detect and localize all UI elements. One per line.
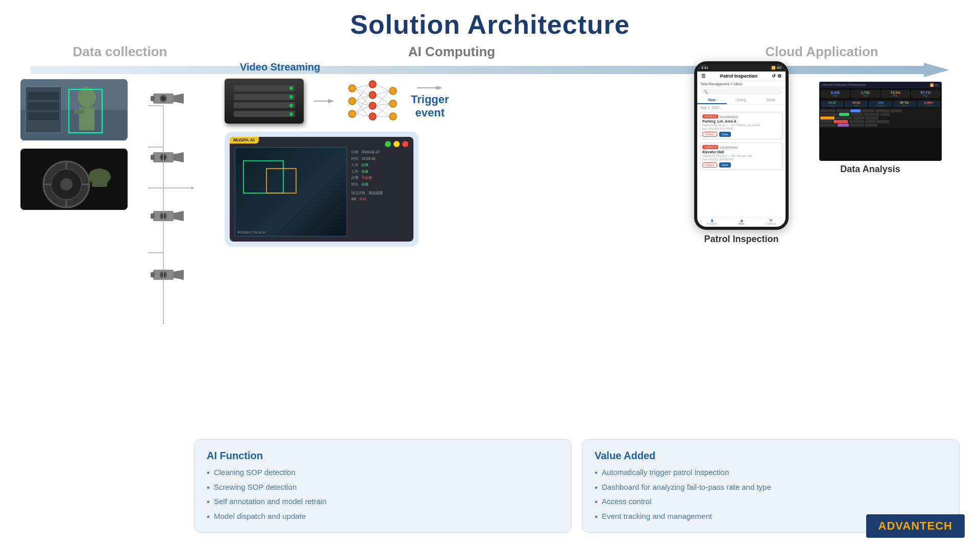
svg-rect-9 <box>74 110 84 114</box>
server-slot-1 <box>234 85 295 91</box>
phone-tabs: New Doing Done <box>697 97 786 105</box>
advantech-logo: ADVANTECH <box>866 514 965 538</box>
dash-row-1 <box>820 109 941 112</box>
svg-line-72 <box>376 95 389 104</box>
card1-reject-button[interactable]: Reject <box>702 132 717 137</box>
phase-ai-computing: AI Computing <box>209 44 694 60</box>
ai-monitor-panel: MuSPA AI 2022/03/17 15:03:34 <box>225 132 419 247</box>
advantech-vantech: VANTECH <box>895 519 952 532</box>
phase-headers: Data collection AI Computing Cloud Appli… <box>0 44 980 60</box>
camera-icon-1 <box>151 89 184 107</box>
svg-line-67 <box>356 95 369 114</box>
tab-done[interactable]: Done <box>756 97 786 104</box>
svg-line-63 <box>356 84 369 101</box>
metric-3: 73.5% Rate <box>881 90 910 98</box>
phone-card-2: OVERDUE A2022B010964 Elevator Hall DataC… <box>700 142 783 170</box>
card1-id: A2022B010992 <box>720 115 738 118</box>
brake-scene-svg <box>20 149 128 210</box>
svg-marker-79 <box>436 86 443 90</box>
phase-data-label: Data collection <box>73 44 167 59</box>
svg-point-53 <box>369 81 376 88</box>
video-streaming-label: Video Streaming <box>240 61 551 73</box>
svg-marker-49 <box>328 99 334 103</box>
svg-line-68 <box>356 106 369 114</box>
card2-badge: OVERDUE <box>702 145 718 149</box>
green-dot <box>385 141 391 147</box>
cloud-area: 4:41 📶 4G ☰ Patrol Inspection ↺ ⚙ Task M… <box>694 61 960 245</box>
server-led-4 <box>289 112 293 116</box>
info-area-row: 部位 合格 <box>351 181 410 188</box>
phone-title: Patrol Inspection <box>720 74 757 79</box>
svg-point-23 <box>161 97 165 101</box>
server-led-1 <box>289 86 293 90</box>
svg-line-60 <box>356 84 369 88</box>
ai-func-item-1: Cleaning SOP detection <box>207 468 559 478</box>
camera-list <box>151 89 184 283</box>
ai-video-feed: 2022/03/17 15:03:34 <box>235 147 347 236</box>
svg-line-75 <box>376 106 389 116</box>
svg-point-38 <box>161 273 165 277</box>
server-to-nn-arrow <box>314 96 334 106</box>
camera-icon-2 <box>151 148 184 166</box>
phone-wrapper: 4:41 📶 4G ☰ Patrol Inspection ↺ ⚙ Task M… <box>694 61 789 245</box>
card2-subloc: DataConnect-Tenant / ... / B1 / Elevator… <box>702 154 780 157</box>
value-item-1: Automatically trigger patrol inspection <box>595 468 947 478</box>
dash-table-area <box>819 108 942 128</box>
camera-icon-3 <box>151 207 184 225</box>
phone-screen: 4:41 📶 4G ☰ Patrol Inspection ↺ ⚙ Task M… <box>697 64 786 227</box>
patrol-inspection-label: Patrol Inspection <box>704 234 778 245</box>
svg-point-28 <box>161 155 165 159</box>
maintenance-scene-svg <box>20 79 128 140</box>
cameras-area <box>20 79 194 396</box>
info-tool-row: 工具 合格 <box>351 169 410 175</box>
info-time-row: 时间 15:03:26 <box>351 156 410 162</box>
phase-data-collection: Data collection <box>31 44 209 60</box>
red-dot <box>402 141 408 147</box>
photo-brake <box>20 149 128 210</box>
trigger-area: Trigger event <box>411 83 449 120</box>
svg-point-52 <box>349 110 356 117</box>
card1-start-button[interactable]: Start <box>719 132 731 137</box>
card2-reject-button[interactable]: Reject <box>702 162 717 168</box>
tab-new[interactable]: New <box>697 97 727 104</box>
value-item-3: Access control <box>595 497 947 507</box>
phase-cloud: Cloud Application <box>694 44 949 60</box>
ai-func-item-2: Screwing SOP detection <box>207 483 559 493</box>
ai-compute-area: Video Streaming <box>194 61 551 247</box>
svg-marker-34 <box>174 211 184 221</box>
metric-2: 3,762 Total <box>851 90 880 98</box>
nav-inbox[interactable]: 📥Inbox <box>727 218 756 227</box>
value-item-2: Dashboard for analyzing fail-to-pass rat… <box>595 483 947 493</box>
svg-point-50 <box>349 85 356 92</box>
server-slot-4 <box>234 111 295 117</box>
card1-location: Parking_Lot_Area A <box>702 120 780 123</box>
phone-mockup: 4:41 📶 4G ☰ Patrol Inspection ↺ ⚙ Task M… <box>694 61 789 230</box>
dash-metrics: 3,435 Units 3,762 Total 73.5% Rate 97. <box>819 88 942 100</box>
svg-point-55 <box>369 102 376 109</box>
nav-assignee[interactable]: 👤Assignee <box>697 218 727 227</box>
phone-header: ☰ Patrol Inspection ↺ ⚙ <box>697 72 786 81</box>
nav-calendar[interactable]: 📅Calendar <box>756 218 786 227</box>
info-date-row: 日期 2020-02-27 <box>351 149 410 156</box>
svg-line-70 <box>376 84 389 91</box>
svg-marker-29 <box>174 152 184 162</box>
ai-panel-inner: MuSPA AI 2022/03/17 15:03:34 <box>230 137 413 242</box>
phone-card-1: OVERDUE A2022B010992 Parking_Lot_Area A … <box>700 112 783 139</box>
dash-row-4 <box>820 120 941 123</box>
detection-box-2 <box>266 168 297 194</box>
server-led-2 <box>289 95 293 99</box>
svg-rect-35 <box>151 213 155 219</box>
dash-secondary-metrics: 91.57 Score 54.54 Rate +5% Change 97.7 <box>819 100 942 108</box>
card2-due: Due: 9/1/2022, 6:00:00 PM <box>702 158 780 161</box>
ai-function-list: Cleaning SOP detection Screwing SOP dete… <box>207 468 559 522</box>
ai-func-item-3: Self annotation and model retrain <box>207 497 559 507</box>
card1-due: Due: 9/1/2022, 6:00:00 PM <box>702 127 780 130</box>
svg-rect-4 <box>28 92 59 100</box>
dash-row-2 <box>820 113 941 116</box>
metric-4: 97.7% Pass <box>911 90 940 98</box>
tab-doing[interactable]: Doing <box>727 97 756 104</box>
svg-marker-39 <box>174 270 184 280</box>
card2-start-button[interactable]: Start <box>719 162 731 168</box>
phone-search[interactable]: 🔍 <box>700 89 782 95</box>
page-title: Solution Architecture <box>0 0 980 40</box>
